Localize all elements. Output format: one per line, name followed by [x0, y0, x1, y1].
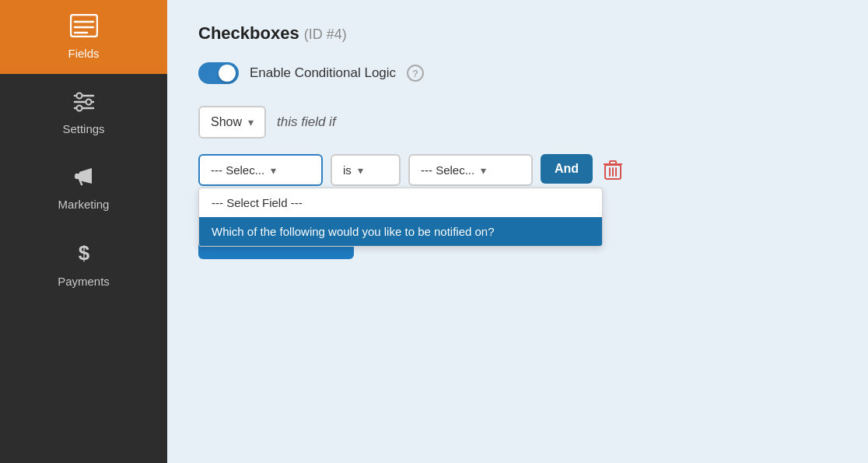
show-condition-row: Show ▾ this field if	[198, 106, 837, 139]
sidebar-item-fields-label: Fields	[68, 47, 99, 60]
toggle-row: Enable Conditional Logic ?	[198, 62, 837, 84]
show-dropdown[interactable]: Show ▾	[198, 106, 266, 139]
is-dropdown[interactable]: is ▾	[331, 154, 401, 186]
sidebar-item-payments[interactable]: $ Payments	[0, 225, 167, 302]
svg-text:$: $	[78, 241, 89, 265]
value-select-dropdown[interactable]: --- Selec... ▾	[408, 154, 533, 186]
fields-icon	[70, 14, 98, 40]
sidebar-item-fields[interactable]: Fields	[0, 0, 167, 74]
and-button[interactable]: And	[541, 154, 593, 184]
main-content: Checkboxes (ID #4) Enable Conditional Lo…	[167, 0, 868, 463]
svg-point-8	[86, 100, 91, 105]
field-select-dropdown[interactable]: --- Selec... ▾	[198, 154, 323, 186]
help-icon[interactable]: ?	[407, 65, 424, 82]
field-select-placeholder: --- Selec...	[211, 163, 264, 177]
sidebar-item-marketing-label: Marketing	[58, 198, 110, 211]
is-chevron: ▾	[358, 164, 363, 177]
field-select-chevron: ▾	[271, 164, 276, 177]
id-label: (ID #4)	[304, 26, 347, 42]
svg-point-10	[75, 174, 78, 179]
value-select-chevron: ▾	[481, 164, 486, 177]
svg-point-7	[76, 93, 82, 99]
sidebar-item-marketing[interactable]: Marketing	[0, 149, 167, 225]
sidebar-item-payments-label: Payments	[58, 275, 110, 288]
sidebar-item-settings[interactable]: Settings	[0, 74, 167, 149]
delete-row-icon[interactable]	[600, 154, 625, 187]
settings-icon	[72, 88, 96, 116]
value-select-placeholder: --- Selec...	[421, 163, 474, 177]
toggle-label: Enable Conditional Logic	[250, 65, 396, 81]
conditional-logic-toggle[interactable]	[198, 62, 239, 84]
svg-point-9	[76, 106, 82, 111]
sidebar: Fields Settings Market	[0, 0, 167, 463]
dropdown-option-select-field[interactable]: --- Select Field ---	[199, 188, 602, 217]
show-dropdown-value: Show	[211, 115, 242, 129]
builder-row: --- Selec... ▾ --- Select Field --- Whic…	[198, 154, 837, 187]
sidebar-item-settings-label: Settings	[62, 122, 104, 135]
show-dropdown-chevron: ▾	[248, 116, 254, 128]
marketing-icon	[72, 163, 96, 191]
field-text: this field if	[277, 114, 336, 130]
payments-icon: $	[72, 239, 96, 268]
is-value: is	[343, 163, 352, 177]
page-title: Checkboxes (ID #4)	[198, 23, 837, 44]
dropdown-option-notified[interactable]: Which of the following would you like to…	[199, 217, 602, 246]
field-select-menu: --- Select Field --- Which of the follow…	[198, 188, 603, 247]
